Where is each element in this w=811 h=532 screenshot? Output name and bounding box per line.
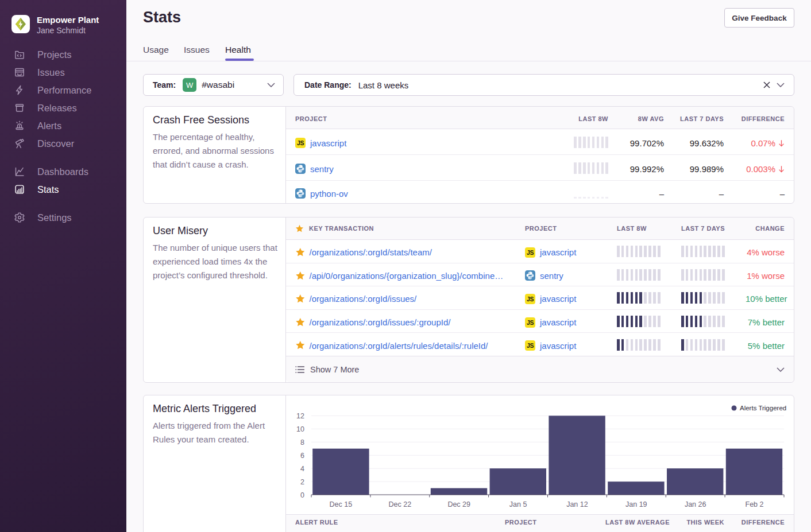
- svg-text:Dec 22: Dec 22: [388, 500, 411, 508]
- svg-text:Dec 29: Dec 29: [447, 500, 470, 508]
- svg-text:Jan 26: Jan 26: [685, 500, 706, 508]
- svg-text:Alerts Triggered: Alerts Triggered: [740, 405, 786, 411]
- svg-text:2: 2: [300, 478, 304, 486]
- svg-text:Dec 15: Dec 15: [330, 500, 353, 508]
- svg-text:Jan 5: Jan 5: [509, 500, 527, 508]
- svg-text:4: 4: [300, 465, 304, 473]
- svg-text:Feb 2: Feb 2: [746, 500, 764, 508]
- svg-text:Jan 19: Jan 19: [625, 500, 647, 508]
- svg-text:10: 10: [296, 425, 304, 433]
- svg-text:0: 0: [300, 491, 304, 499]
- svg-text:12: 12: [296, 412, 304, 420]
- svg-text:6: 6: [300, 452, 304, 460]
- svg-text:Jan 12: Jan 12: [566, 500, 588, 508]
- svg-text:8: 8: [300, 438, 304, 446]
